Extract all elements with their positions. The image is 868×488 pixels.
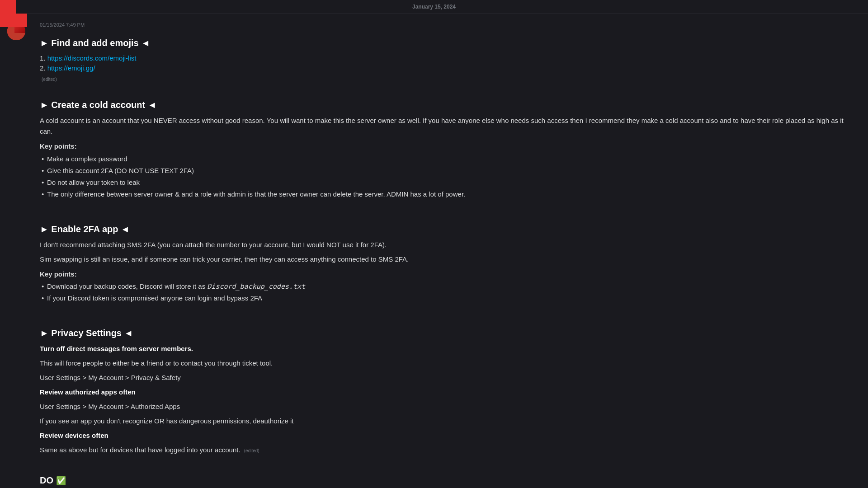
privacy-apps-body2: If you see an app you don't recognize OR… xyxy=(40,416,854,427)
date-label: January 15, 2024 xyxy=(409,3,459,11)
spacer-3 xyxy=(40,208,854,215)
message-content: 01/15/2024 7:49 PM ► Find and add emojis… xyxy=(33,21,861,488)
privacy-apps-body1: User Settings > My Account > Authorized … xyxy=(40,401,854,412)
2fa-body-2: Sim swapping is still an issue, and if s… xyxy=(40,254,854,265)
edited-tag-devices: (edited) xyxy=(244,448,259,453)
emoji-link-2[interactable]: https://emoji.gg/ xyxy=(47,64,95,72)
checkmark-emoji: ✅ xyxy=(56,476,66,485)
2fa-key-points-label: Key points: xyxy=(40,269,854,280)
privacy-apps-title: Review authorized apps often xyxy=(40,387,854,398)
list-item: Download your backup codes, Discord will… xyxy=(40,281,854,292)
section-title-2fa: ► Enable 2FA app ◄ xyxy=(40,222,854,236)
list-item: If your Discord token is compromised any… xyxy=(40,293,854,304)
cold-account-body: A cold account is an account that you NE… xyxy=(40,115,854,137)
spacer-5 xyxy=(40,312,854,319)
privacy-devices-bold: Review devices often xyxy=(40,432,108,439)
spacer-6 xyxy=(40,459,854,466)
message-container: 01/15/2024 7:49 PM ► Find and add emojis… xyxy=(0,14,868,488)
spacer-4 xyxy=(40,305,854,312)
emoji-link-1-container: 1. https://discords.com/emoji-list xyxy=(40,53,854,64)
date-separator: January 15, 2024 xyxy=(0,0,868,14)
section-title-privacy: ► Privacy Settings ◄ xyxy=(40,326,854,340)
cold-account-bullet-list: Make a complex password Give this accoun… xyxy=(40,154,854,200)
section-title-cold-account: ► Create a cold account ◄ xyxy=(40,98,854,112)
message-timestamp: 01/15/2024 7:49 PM xyxy=(40,21,85,29)
edited-tag-emojis: (edited) xyxy=(42,77,57,82)
2fa-bullet-list: Download your backup codes, Discord will… xyxy=(40,281,854,304)
privacy-devices-body: Same as above but for devices that have … xyxy=(40,445,854,455)
privacy-dm-body2: User Settings > My Account > Privacy & S… xyxy=(40,372,854,383)
privacy-dm-body1: This will force people to either be a fr… xyxy=(40,358,854,369)
list-item: Give this account 2FA (DO NOT USE TEXT 2… xyxy=(40,165,854,176)
privacy-dm-bold: Turn off direct messages from server mem… xyxy=(40,345,193,352)
emojis-links: 1. https://discords.com/emoji-list 2. ht… xyxy=(40,53,854,84)
privacy-devices-title: Review devices often xyxy=(40,430,854,441)
message-header: 01/15/2024 7:49 PM xyxy=(40,21,854,29)
list-item: Make a complex password xyxy=(40,154,854,164)
cold-account-key-points-label: Key points: xyxy=(40,141,854,152)
spacer-2 xyxy=(40,201,854,208)
list-item: The only difference between server owner… xyxy=(40,189,854,200)
section-title-emojis: ► Find and add emojis ◄ xyxy=(40,36,854,50)
emoji-link-1[interactable]: https://discords.com/emoji-list xyxy=(47,54,137,62)
list-item: Do not allow your token to leak xyxy=(40,177,854,188)
file-name: Discord_backup_codes.txt xyxy=(207,282,305,291)
privacy-dm-title: Turn off direct messages from server mem… xyxy=(40,343,854,354)
spacer-1 xyxy=(40,84,854,91)
privacy-apps-bold: Review authorized apps often xyxy=(40,388,136,396)
2fa-body-1: I don't recommend attaching SMS 2FA (you… xyxy=(40,239,854,250)
do-section-title: DO ✅ xyxy=(40,474,854,487)
emoji-link-2-container: 2. https://emoji.gg/ xyxy=(40,63,854,74)
